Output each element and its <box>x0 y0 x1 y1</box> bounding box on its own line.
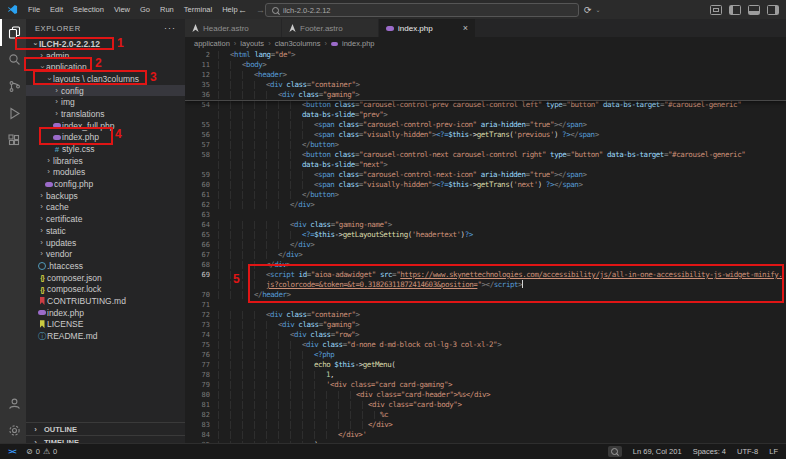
explorer-icon[interactable] <box>0 19 26 46</box>
code-line-78[interactable]: 781, <box>185 370 786 380</box>
tree-item-index-php[interactable]: index.php <box>26 132 185 144</box>
code-line-70[interactable]: 70</header> <box>185 290 786 300</box>
run-debug-icon[interactable] <box>0 100 26 127</box>
code-line-35[interactable]: 35<div class="container"> <box>185 80 786 90</box>
toggle-sidebar-left-icon[interactable] <box>729 5 741 15</box>
tree-item-libraries[interactable]: ›libraries <box>26 155 185 167</box>
sync-button[interactable]: ⟳⌄ <box>584 0 603 19</box>
tree-item-composer-lock[interactable]: {}composer.lock <box>26 283 185 295</box>
code-line-60[interactable]: 60<span class="visually-hidden"><?=$this… <box>185 180 786 190</box>
tree-item-certificate[interactable]: ›certificate <box>26 213 185 225</box>
toggle-sidebar-right-icon[interactable] <box>767 5 779 15</box>
problems-status[interactable]: ⊘ 0 ⚠ 0 <box>24 447 57 456</box>
indentation-status[interactable]: Spaces: 4 <box>693 447 726 456</box>
source-control-icon[interactable] <box>0 73 26 100</box>
code-line-59[interactable]: 59<span class="carousel-control-next-ico… <box>185 170 786 180</box>
code-line-55[interactable]: 55<span class="carousel-control-prev-ico… <box>185 120 786 130</box>
tree-item-index-php[interactable]: index.php <box>26 307 185 319</box>
tab-index-php[interactable]: index.php× <box>379 19 476 37</box>
code-line-74[interactable]: 74<div class="row"> <box>185 330 786 340</box>
tree-item-static[interactable]: ›static <box>26 225 185 237</box>
zoom-status-icon[interactable] <box>608 446 622 457</box>
outline-section[interactable]: › OUTLINE <box>26 422 185 436</box>
code-line-wrap[interactable]: js?colorcode=&token=&t=0.318263118724146… <box>185 280 786 290</box>
code-line-61[interactable]: 61</button> <box>185 190 786 200</box>
code-line-54[interactable]: 54<button class="carousel-control-prev c… <box>185 100 786 110</box>
code-line-77[interactable]: 77echo $this->getMenu( <box>185 360 786 370</box>
remote-indicator-icon[interactable]: >< <box>0 444 24 459</box>
tree-item-license[interactable]: LICENSE <box>26 319 185 331</box>
explorer-more-actions-icon[interactable]: ··· <box>164 23 176 33</box>
code-line-75[interactable]: 75<div class="d-none d-md-block col-lg-3… <box>185 340 786 350</box>
code-line-63[interactable]: 63 <box>185 210 786 220</box>
tree-item-config[interactable]: ›config <box>26 85 185 97</box>
tree-item-htaccess[interactable]: .htaccess <box>26 260 185 272</box>
tree-item-composer-json[interactable]: {}composer.json <box>26 272 185 284</box>
menu-edit[interactable]: Edit <box>45 0 68 19</box>
code-line-69[interactable]: 69<script id="aioa-adawidget" src="https… <box>185 270 786 280</box>
code-line-wrap[interactable]: data-bs-slide="next"> <box>185 160 786 170</box>
tree-item-admin[interactable]: ›admin <box>26 50 185 62</box>
code-line-57[interactable]: 57</button> <box>185 140 786 150</box>
code-line-36[interactable]: 36<div class="gaming"> <box>185 90 786 100</box>
menu-view[interactable]: View <box>109 0 135 19</box>
tab-footer-astro[interactable]: Footer.astro <box>282 19 379 37</box>
code-line-84[interactable]: 84</div>' <box>185 430 786 440</box>
menu-terminal[interactable]: Terminal <box>179 0 217 19</box>
code-line-71[interactable]: 71 <box>185 300 786 310</box>
code-line-76[interactable]: 76<?php <box>185 350 786 360</box>
tree-item-readme-md[interactable]: ⓘREADME.md <box>26 330 185 342</box>
code-line-79[interactable]: 79'<div class="card card-gaming"> <box>185 380 786 390</box>
tree-item-modules[interactable]: ›modules <box>26 167 185 179</box>
toggle-panel-icon[interactable] <box>748 5 760 15</box>
code-line-73[interactable]: 73<div class="gaming"> <box>185 320 786 330</box>
code-line-wrap[interactable]: data-bs-slide="prev"> <box>185 110 786 120</box>
tree-item-cache[interactable]: ›cache <box>26 202 185 214</box>
code-line-82[interactable]: 82%c <box>185 410 786 420</box>
tree-item-img[interactable]: ›img <box>26 96 185 108</box>
menu-run[interactable]: Run <box>155 0 179 19</box>
tree-item-config-php[interactable]: config.php <box>26 178 185 190</box>
menu-go[interactable]: Go <box>135 0 155 19</box>
tree-item-translations[interactable]: ›translations <box>26 108 185 120</box>
code-line-65[interactable]: 65<?=$this->getLayoutSetting('headertext… <box>185 230 786 240</box>
code-line-66[interactable]: 66</div> <box>185 240 786 250</box>
breadcrumb-clan3columns[interactable]: clan3columns <box>275 39 321 48</box>
tree-item-application[interactable]: ›application <box>26 61 185 73</box>
nav-back-icon[interactable]: ← <box>238 5 247 15</box>
code-line-2[interactable]: 2<html lang="de"> <box>185 50 786 60</box>
code-line-11[interactable]: 11<body> <box>185 60 786 70</box>
code-line-12[interactable]: 12<header> <box>185 70 786 80</box>
code-line-72[interactable]: 72<div class="container"> <box>185 310 786 320</box>
code-line-83[interactable]: 83</div> <box>185 420 786 430</box>
search-view-icon[interactable] <box>0 46 26 73</box>
tab-header-astro[interactable]: Header.astro <box>185 19 282 37</box>
tree-item-contributing-md[interactable]: CONTRIBUTING.md <box>26 295 185 307</box>
breadcrumb-application[interactable]: application <box>194 39 230 48</box>
code-line-58[interactable]: 58<button class="carousel-control-next c… <box>185 150 786 160</box>
tree-item-backups[interactable]: ›backups <box>26 190 185 202</box>
command-center-search[interactable]: ilch-2.0-2.2.12 <box>265 3 579 17</box>
code-line-80[interactable]: 80<div class="card-header">%s</div> <box>185 390 786 400</box>
tree-item-ilch-2-0-2-2-12[interactable]: ›ILCH-2.0-2.2.12 <box>26 38 185 50</box>
tree-item-vendor[interactable]: ›vendor <box>26 248 185 260</box>
breadcrumb-index-php[interactable]: index.php <box>342 39 375 48</box>
line-col-status[interactable]: Ln 69, Col 201 <box>633 447 682 456</box>
toggle-editor-layout-icon[interactable] <box>710 5 722 15</box>
settings-gear-icon[interactable] <box>0 417 26 444</box>
extensions-icon[interactable] <box>0 127 26 154</box>
code-editor[interactable]: 54<button class="carousel-control-prev c… <box>185 50 786 444</box>
menu-selection[interactable]: Selection <box>68 0 109 19</box>
code-line-67[interactable]: 67</div> <box>185 250 786 260</box>
eol-status[interactable]: LF <box>769 447 778 456</box>
breadcrumb-layouts[interactable]: layouts <box>240 39 264 48</box>
tree-item-style-css[interactable]: #style.css <box>26 143 185 155</box>
code-line-68[interactable]: 68</div> <box>185 260 786 270</box>
encoding-status[interactable]: UTF-8 <box>737 447 758 456</box>
tree-item-layouts-clan3columns[interactable]: ›layouts \ clan3columns <box>26 73 185 85</box>
code-line-64[interactable]: 64<div class="gaming-name"> <box>185 220 786 230</box>
code-line-81[interactable]: 81<div class="card-body"> <box>185 400 786 410</box>
close-tab-icon[interactable]: × <box>463 23 468 33</box>
account-icon[interactable] <box>0 390 26 417</box>
code-line-62[interactable]: 62</div> <box>185 200 786 210</box>
